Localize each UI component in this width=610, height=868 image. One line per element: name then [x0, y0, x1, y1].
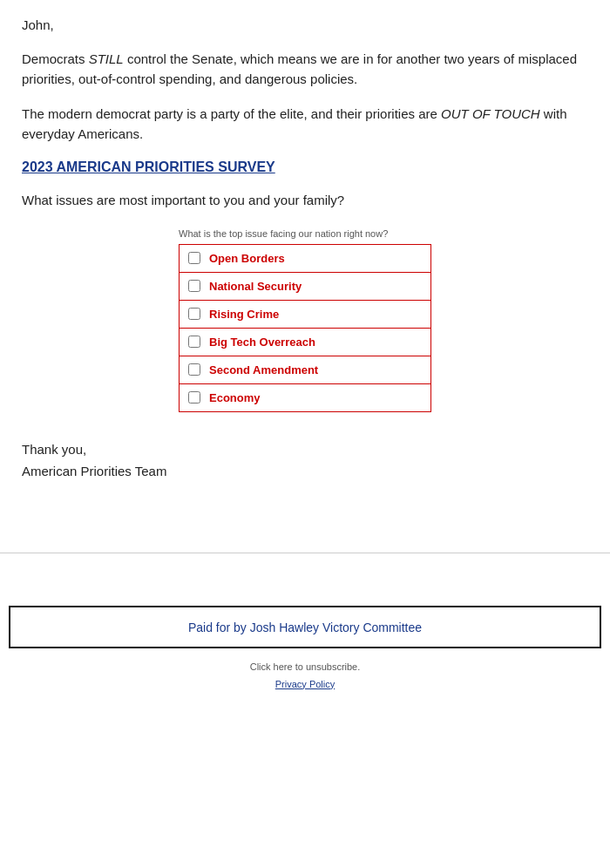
list-item: Economy: [180, 384, 430, 411]
divider: [0, 553, 610, 553]
option-label-national-security[interactable]: National Security: [209, 280, 302, 293]
list-item: Second Amendment: [180, 356, 430, 384]
privacy-policy-anchor[interactable]: Privacy Policy: [275, 679, 335, 689]
privacy-policy-link[interactable]: Privacy Policy: [0, 679, 610, 689]
survey-container: What is the top issue facing our nation …: [179, 228, 431, 412]
footer-paid-for-text: Paid for by Josh Hawley Victory Committe…: [188, 620, 422, 634]
checkbox-big-tech-overreach[interactable]: [188, 336, 200, 348]
thank-you-line1: Thank you,: [22, 438, 588, 461]
footer-prefix: Paid for by: [188, 620, 250, 634]
checkbox-economy[interactable]: [188, 391, 200, 403]
option-label-second-amendment[interactable]: Second Amendment: [209, 363, 318, 376]
footer-paid-for-box: Paid for by Josh Hawley Victory Committe…: [9, 606, 601, 648]
option-label-rising-crime[interactable]: Rising Crime: [209, 308, 279, 321]
list-item: Rising Crime: [180, 301, 430, 329]
survey-box-label: What is the top issue facing our nation …: [179, 228, 431, 239]
thank-you-block: Thank you, American Priorities Team: [22, 438, 588, 483]
option-label-big-tech-overreach[interactable]: Big Tech Overreach: [209, 336, 315, 349]
greeting: John,: [22, 17, 588, 32]
checkbox-national-security[interactable]: [188, 280, 200, 292]
list-item: National Security: [180, 273, 430, 301]
list-item: Big Tech Overreach: [180, 329, 430, 356]
survey-title-link[interactable]: 2023 AMERICAN PRIORITIES SURVEY: [22, 159, 275, 175]
survey-box: Open Borders National Security Rising Cr…: [179, 244, 431, 412]
checkbox-second-amendment[interactable]: [188, 363, 200, 376]
survey-question: What issues are most important to you an…: [22, 191, 588, 211]
checkbox-rising-crime[interactable]: [188, 308, 200, 320]
thank-you-line2: American Priorities Team: [22, 460, 588, 483]
paragraph-2: The modern democrat party is a party of …: [22, 105, 588, 144]
checkbox-open-borders[interactable]: [188, 252, 200, 264]
unsubscribe-link[interactable]: Click here to unsubscribe.: [0, 661, 610, 672]
option-label-open-borders[interactable]: Open Borders: [209, 252, 285, 265]
paragraph-1: Democrats STILL control the Senate, whic…: [22, 50, 588, 89]
list-item: Open Borders: [180, 245, 430, 273]
option-label-economy[interactable]: Economy: [209, 391, 261, 404]
footer-org: Josh Hawley Victory Committee: [250, 620, 422, 634]
